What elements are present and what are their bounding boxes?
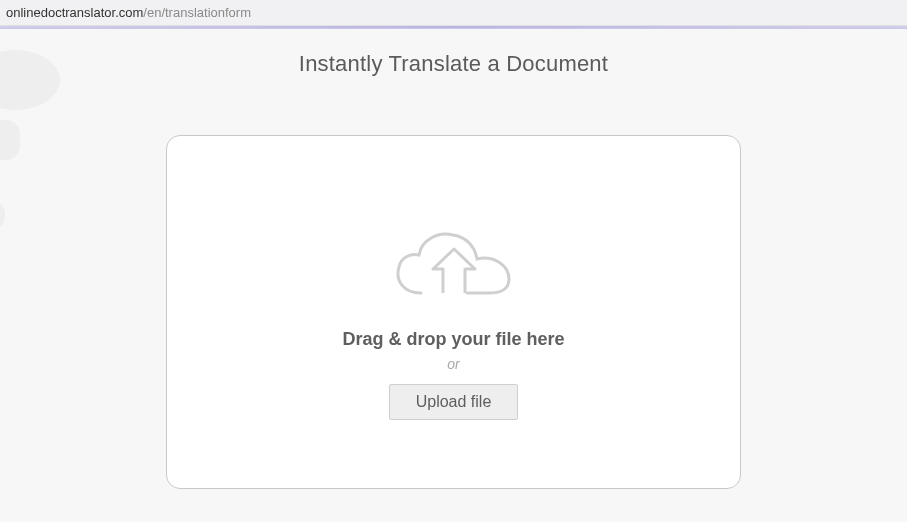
drop-instruction: Drag & drop your file here: [342, 329, 564, 350]
upload-file-button[interactable]: Upload file: [389, 384, 519, 420]
url-path: /en/translationform: [143, 5, 251, 20]
file-dropzone[interactable]: Drag & drop your file here or Upload fil…: [166, 135, 741, 489]
page-title: Instantly Translate a Document: [0, 51, 907, 77]
cloud-upload-icon: [389, 225, 519, 305]
main-content: Instantly Translate a Document Drag & dr…: [0, 29, 907, 489]
or-separator: or: [447, 356, 459, 372]
address-bar[interactable]: onlinedoctranslator.com/en/translationfo…: [0, 0, 907, 26]
url-domain: onlinedoctranslator.com: [6, 5, 143, 20]
